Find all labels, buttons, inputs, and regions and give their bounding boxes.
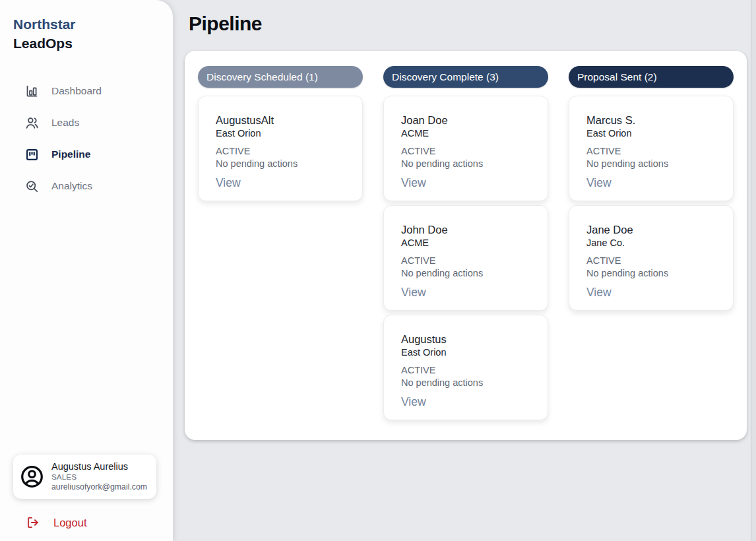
user-email: aureliusofyork@gmail.com: [51, 482, 147, 492]
lead-note: No pending actions: [216, 158, 350, 170]
lead-status: ACTIVE: [401, 364, 536, 377]
logout-label: Logout: [53, 517, 86, 529]
sidebar-spacer: [0, 202, 173, 455]
lead-company: East Orion: [216, 127, 350, 140]
pipeline-board: Discovery Scheduled (1) AugustusAlt East…: [185, 51, 747, 440]
sidebar-nav: Dashboard Leads Pipeline Analytics: [0, 75, 173, 202]
main-content: Pipeline Discovery Scheduled (1) Augustu…: [173, 0, 756, 541]
lead-name: Jane Doe: [586, 223, 721, 237]
user-profile-card: Augustus Aurelius SALES aureliusofyork@g…: [13, 455, 156, 499]
lead-card: Jane Doe Jane Co. ACTIVE No pending acti…: [569, 205, 734, 311]
log-out-icon: [26, 516, 40, 529]
column-header: Proposal Sent (2): [569, 66, 734, 88]
column-header: Discovery Complete (3): [383, 66, 548, 88]
sidebar-item-label: Pipeline: [51, 148, 90, 160]
sidebar-item-pipeline[interactable]: Pipeline: [0, 139, 173, 170]
lead-company: East Orion: [401, 346, 536, 359]
brand-line2: LeadOps: [13, 34, 173, 53]
pipeline-column: Discovery Scheduled (1) AugustusAlt East…: [198, 66, 363, 424]
lead-note: No pending actions: [401, 267, 536, 280]
vertical-scrollbar[interactable]: [751, 0, 756, 541]
circle-user-icon: [20, 464, 44, 489]
lead-note: No pending actions: [586, 158, 721, 170]
lead-status: ACTIVE: [401, 255, 536, 267]
lead-card: AugustusAlt East Orion ACTIVE No pending…: [198, 96, 363, 201]
lead-card: John Doe ACME ACTIVE No pending actions …: [383, 205, 548, 311]
lead-name: Joan Doe: [401, 113, 536, 127]
lead-company: ACME: [401, 127, 536, 140]
lead-company: Jane Co.: [586, 237, 721, 249]
lead-card: Marcus S. East Orion ACTIVE No pending a…: [569, 96, 734, 201]
lead-name: Marcus S.: [586, 113, 721, 127]
view-link[interactable]: View: [401, 176, 426, 190]
sidebar-item-dashboard[interactable]: Dashboard: [0, 75, 173, 107]
view-link[interactable]: View: [401, 286, 426, 300]
user-name: Augustus Aurelius: [51, 461, 147, 472]
lead-card: Joan Doe ACME ACTIVE No pending actions …: [383, 96, 548, 201]
brand-line1: Northstar: [13, 15, 173, 34]
pipeline-column: Proposal Sent (2) Marcus S. East Orion A…: [569, 66, 734, 424]
lead-name: Augustus: [401, 333, 536, 346]
sidebar-item-label: Leads: [51, 117, 79, 129]
kanban-icon: [25, 148, 39, 162]
column-cards: Joan Doe ACME ACTIVE No pending actions …: [383, 96, 548, 420]
lead-card: Augustus East Orion ACTIVE No pending ac…: [383, 315, 548, 420]
view-link[interactable]: View: [586, 286, 612, 300]
user-role: SALES: [51, 472, 147, 482]
lead-company: ACME: [401, 237, 536, 249]
column-cards: AugustusAlt East Orion ACTIVE No pending…: [198, 96, 363, 201]
logout-button[interactable]: Logout: [26, 516, 173, 529]
lead-status: ACTIVE: [401, 145, 536, 158]
sidebar: Northstar LeadOps Dashboard Leads Pipeli…: [0, 0, 173, 541]
lead-status: ACTIVE: [586, 255, 721, 267]
user-info: Augustus Aurelius SALES aureliusofyork@g…: [51, 461, 147, 492]
lead-name: AugustusAlt: [216, 113, 350, 127]
app-logo: Northstar LeadOps: [0, 0, 173, 53]
sidebar-item-label: Dashboard: [51, 85, 102, 97]
lead-status: ACTIVE: [216, 145, 350, 158]
lead-company: East Orion: [586, 127, 721, 140]
column-header: Discovery Scheduled (1): [198, 66, 363, 88]
lead-note: No pending actions: [401, 377, 536, 389]
column-cards: Marcus S. East Orion ACTIVE No pending a…: [569, 96, 734, 311]
view-link[interactable]: View: [401, 395, 426, 409]
view-link[interactable]: View: [586, 176, 612, 190]
lead-status: ACTIVE: [586, 145, 721, 158]
sidebar-item-analytics[interactable]: Analytics: [0, 170, 173, 202]
page-title: Pipeline: [189, 13, 747, 35]
sidebar-item-leads[interactable]: Leads: [0, 107, 173, 139]
users-icon: [25, 116, 39, 130]
sidebar-item-label: Analytics: [51, 180, 92, 192]
lead-note: No pending actions: [586, 267, 721, 280]
lead-note: No pending actions: [401, 158, 536, 170]
bar-chart-icon: [25, 84, 39, 98]
search-check-icon: [25, 179, 39, 193]
pipeline-column: Discovery Complete (3) Joan Doe ACME ACT…: [383, 66, 548, 424]
lead-name: John Doe: [401, 223, 536, 237]
view-link[interactable]: View: [216, 176, 241, 190]
